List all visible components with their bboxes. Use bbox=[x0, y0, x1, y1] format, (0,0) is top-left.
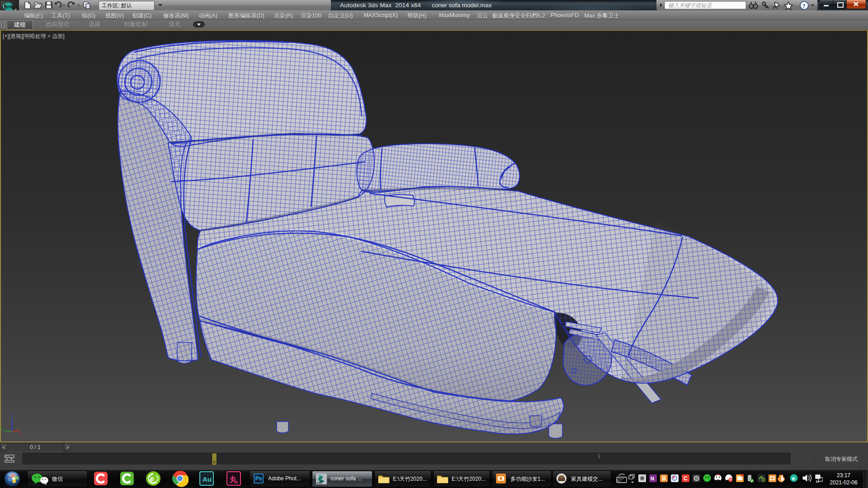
svg-text:Au: Au bbox=[203, 475, 212, 483]
svg-text:e: e bbox=[792, 475, 795, 482]
svg-text:?: ? bbox=[802, 2, 806, 9]
svg-text:x: x bbox=[20, 431, 22, 436]
svg-text:C: C bbox=[684, 475, 688, 482]
svg-text:MAX: MAX bbox=[317, 482, 322, 484]
svg-text:N: N bbox=[651, 476, 654, 481]
svg-text:z: z bbox=[10, 413, 13, 418]
svg-text:e: e bbox=[150, 475, 154, 483]
svg-text:丸: 丸 bbox=[229, 475, 238, 484]
svg-text:键入关键字或短语: 键入关键字或短语 bbox=[668, 2, 712, 9]
svg-text:y: y bbox=[0, 426, 3, 431]
